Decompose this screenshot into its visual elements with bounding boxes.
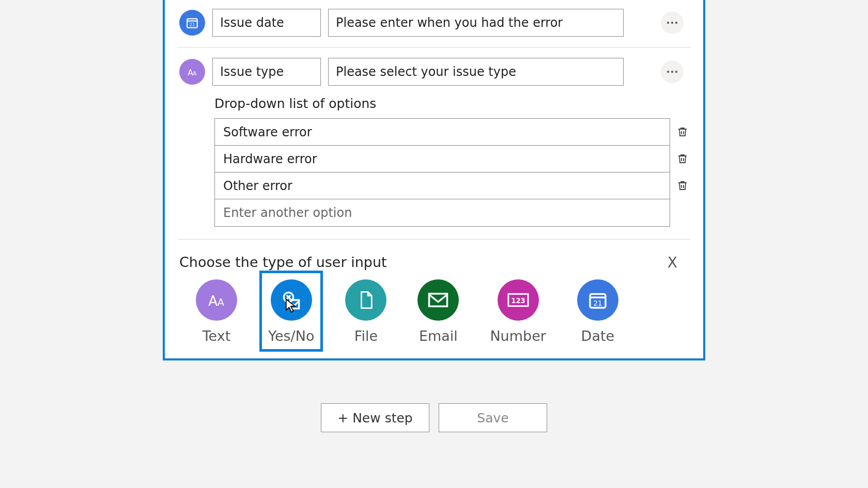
dropdown-options-list: Software error Hardware error Other erro… bbox=[214, 118, 670, 227]
calendar-icon: 21 bbox=[577, 279, 618, 321]
svg-text:21: 21 bbox=[593, 300, 602, 307]
more-button[interactable] bbox=[661, 11, 684, 34]
save-button[interactable]: Save bbox=[439, 403, 547, 432]
svg-rect-14 bbox=[429, 294, 447, 307]
svg-text:123: 123 bbox=[511, 297, 525, 305]
svg-text:A: A bbox=[218, 296, 225, 308]
svg-point-3 bbox=[671, 22, 673, 24]
type-file[interactable]: File bbox=[345, 279, 386, 344]
svg-point-9 bbox=[675, 71, 677, 73]
new-step-button[interactable]: + New step bbox=[321, 403, 429, 432]
type-label: Number bbox=[490, 328, 546, 344]
yesno-icon bbox=[271, 279, 312, 321]
dropdown-option-new[interactable]: Enter another option bbox=[215, 199, 670, 226]
svg-point-2 bbox=[667, 22, 669, 24]
delete-option-button[interactable] bbox=[676, 145, 689, 172]
type-email[interactable]: Email bbox=[417, 279, 459, 344]
trash-icon bbox=[676, 179, 689, 192]
divider bbox=[178, 47, 690, 48]
trash-icon bbox=[676, 125, 689, 138]
number-icon: 123 bbox=[498, 279, 539, 321]
flow-trigger-card: 21 AA Drop-down list of options Software… bbox=[163, 0, 705, 360]
delete-option-button[interactable] bbox=[676, 172, 689, 199]
input-desc-field[interactable] bbox=[328, 9, 624, 37]
text-icon: AA bbox=[196, 279, 237, 321]
type-number[interactable]: 123 Number bbox=[490, 279, 546, 344]
calendar-icon: 21 bbox=[179, 10, 205, 36]
svg-point-4 bbox=[675, 22, 677, 24]
input-row-issue-type: AA bbox=[165, 48, 703, 96]
type-label: Text bbox=[203, 328, 231, 344]
choose-input-type-panel: Choose the type of user input X AA Text … bbox=[165, 240, 703, 358]
type-yesno[interactable]: Yes/No bbox=[262, 273, 320, 349]
input-row-issue-date: 21 bbox=[165, 0, 703, 47]
svg-text:A: A bbox=[208, 293, 218, 309]
dropdown-label: Drop-down list of options bbox=[214, 96, 689, 111]
dropdown-options-block: Drop-down list of options Software error… bbox=[165, 96, 703, 239]
close-button[interactable]: X bbox=[668, 254, 677, 271]
more-button[interactable] bbox=[661, 60, 684, 83]
input-name-field[interactable] bbox=[212, 9, 321, 37]
footer-actions: + New step Save bbox=[0, 403, 868, 432]
type-label: Email bbox=[419, 328, 458, 344]
type-label: File bbox=[354, 328, 378, 344]
dropdown-option[interactable]: Hardware error bbox=[215, 146, 670, 172]
email-icon bbox=[417, 279, 459, 321]
type-text[interactable]: AA Text bbox=[196, 279, 237, 344]
type-label: Date bbox=[581, 328, 615, 344]
input-name-field[interactable] bbox=[212, 58, 321, 86]
svg-text:A: A bbox=[193, 70, 197, 77]
trash-icon bbox=[676, 152, 689, 165]
svg-point-7 bbox=[667, 71, 669, 73]
input-desc-field[interactable] bbox=[328, 58, 624, 86]
svg-point-8 bbox=[671, 71, 673, 73]
file-icon bbox=[345, 279, 386, 321]
dropdown-option[interactable]: Other error bbox=[215, 172, 670, 199]
svg-text:21: 21 bbox=[189, 22, 195, 27]
text-icon: AA bbox=[179, 59, 205, 85]
type-label: Yes/No bbox=[268, 328, 314, 344]
dropdown-option[interactable]: Software error bbox=[215, 119, 670, 146]
delete-option-button[interactable] bbox=[676, 118, 689, 145]
chooser-title: Choose the type of user input bbox=[179, 254, 689, 270]
type-date[interactable]: 21 Date bbox=[577, 279, 618, 344]
